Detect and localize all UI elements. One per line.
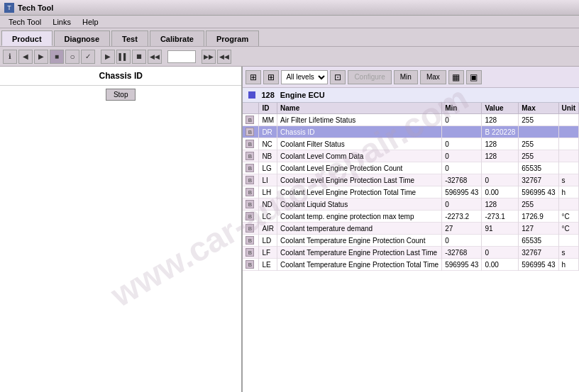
menu-links[interactable]: Links <box>47 16 77 28</box>
row-min-cell: 27 <box>442 223 482 235</box>
table-row[interactable]: B LE Coolant Temperature Engine Protecti… <box>243 259 578 271</box>
menu-help[interactable]: Help <box>77 16 104 28</box>
grid-view-btn3[interactable]: ▦ <box>448 70 464 84</box>
max-button[interactable]: Max <box>420 70 446 84</box>
table-row[interactable]: B NC Coolant Filter Status 0 128 255 <box>243 138 578 150</box>
grid-view-btn2[interactable]: ⊞ <box>263 70 279 84</box>
row-max-cell: 255 <box>519 150 558 162</box>
col-min: Min <box>442 103 482 114</box>
table-row[interactable]: B LF Coolant Temperature Engine Protecti… <box>243 247 578 259</box>
row-icon-cell: B <box>243 259 259 271</box>
table-row[interactable]: B LI Coolant Level Engine Protection Las… <box>243 174 578 186</box>
stop-action-button[interactable]: Stop <box>106 89 136 101</box>
forward-button[interactable]: ▶ <box>34 50 48 64</box>
row-name-cell: Coolant temperature demand <box>277 223 442 235</box>
row-unit-cell: °C <box>558 223 578 235</box>
min-button[interactable]: Min <box>394 70 418 84</box>
table-row[interactable]: B DR Chassis ID B 220228 <box>243 126 578 138</box>
data-table[interactable]: ID Name Min Value Max Unit B MM Air Filt… <box>243 103 579 392</box>
table-row[interactable]: B LG Coolant Level Engine Protection Cou… <box>243 162 578 174</box>
next-button[interactable]: ▶▶ <box>202 50 216 64</box>
step-button[interactable]: ⏹ <box>132 50 146 64</box>
row-max-cell: 255 <box>519 114 558 126</box>
row-min-cell: 0 <box>442 150 482 162</box>
row-icon-cell: B <box>243 138 259 150</box>
col-max: Max <box>519 103 558 114</box>
row-max-cell: 1726.9 <box>519 211 558 223</box>
tab-calibrate[interactable]: Calibrate <box>150 30 204 46</box>
row-min-cell: -32768 <box>442 174 482 186</box>
row-value-cell: -273.1 <box>482 211 519 223</box>
table-row[interactable]: B LC Coolant temp. engine protection max… <box>243 211 578 223</box>
parameters-table: ID Name Min Value Max Unit B MM Air Filt… <box>243 103 579 271</box>
row-id-cell: DR <box>259 126 277 138</box>
menu-techtool[interactable]: Tech Tool <box>3 16 47 28</box>
row-name-cell: Chassis ID <box>277 126 442 138</box>
grid-view-btn4[interactable]: ▣ <box>466 70 482 84</box>
levels-select[interactable]: All levels Level 1 Level 2 Level 3 <box>281 70 328 84</box>
row-id-cell: LI <box>259 174 277 186</box>
table-row[interactable]: B MM Air Filter Lifetime Status 0 128 25… <box>243 114 578 126</box>
row-id-cell: LC <box>259 211 277 223</box>
circle-button[interactable]: ○ <box>65 50 79 64</box>
row-name-cell: Coolant Level Engine Protection Count <box>277 162 442 174</box>
row-min-cell: 0 <box>442 138 482 150</box>
row-unit-cell <box>558 162 578 174</box>
tab-bar: Product Diagnose Test Calibrate Program <box>0 28 579 47</box>
last-button[interactable]: ◀◀ <box>217 50 231 64</box>
row-max-cell: 127 <box>519 223 558 235</box>
info-button[interactable]: ℹ <box>3 50 17 64</box>
tab-program[interactable]: Program <box>206 30 259 46</box>
row-min-cell: -2273.2 <box>442 211 482 223</box>
row-icon-cell: B <box>243 186 259 198</box>
table-row[interactable]: B ND Coolant Liquid Status 0 128 255 <box>243 198 578 211</box>
row-max-cell: 596995 43 <box>519 186 558 198</box>
row-id-cell: NB <box>259 150 277 162</box>
prev-button[interactable]: ◀◀ <box>148 50 162 64</box>
row-value-cell: 0.00 <box>482 186 519 198</box>
col-icon <box>243 103 259 114</box>
pause-button[interactable]: ▌▌ <box>116 50 131 64</box>
configure-button[interactable]: Configure <box>348 70 391 84</box>
table-row[interactable]: B LD Coolant Temperature Engine Protecti… <box>243 235 578 247</box>
row-value-cell: 0.00 <box>482 259 519 271</box>
row-name-cell: Coolant temp. engine protection max temp <box>277 211 442 223</box>
right-toolbar: ⊞ ⊞ All levels Level 1 Level 2 Level 3 ⊡… <box>243 67 579 88</box>
table-body: B MM Air Filter Lifetime Status 0 128 25… <box>243 114 578 271</box>
row-type-icon: B <box>246 128 254 136</box>
row-icon-cell: B <box>243 150 259 162</box>
row-max-cell: 65535 <box>519 162 558 174</box>
back-button[interactable]: ◀ <box>18 50 33 64</box>
row-icon-cell: B <box>243 162 259 174</box>
play-button[interactable]: ▶ <box>101 50 115 64</box>
row-unit-cell <box>558 150 578 162</box>
filter-btn[interactable]: ⊡ <box>330 70 346 84</box>
row-type-icon: B <box>246 188 254 196</box>
row-max-cell <box>519 126 558 138</box>
left-pane: Chassis ID Stop <box>0 67 243 392</box>
stop-button[interactable]: ■ <box>50 50 64 64</box>
row-id-cell: LH <box>259 186 277 198</box>
check-button[interactable]: ✓ <box>81 50 95 64</box>
row-min-cell: 596995 43 <box>442 259 482 271</box>
row-max-cell: 32767 <box>519 247 558 259</box>
row-min-cell: 0 <box>442 162 482 174</box>
row-id-cell: MM <box>259 114 277 126</box>
table-row[interactable]: B NB Coolant Level Comm Data 0 128 255 <box>243 150 578 162</box>
row-min-cell: 0 <box>442 235 482 247</box>
row-name-cell: Coolant Temperature Engine Protection La… <box>277 247 442 259</box>
table-row[interactable]: B LH Coolant Level Engine Protection Tot… <box>243 186 578 198</box>
row-max-cell: 255 <box>519 198 558 211</box>
grid-view-btn1[interactable]: ⊞ <box>246 70 261 84</box>
tab-diagnose[interactable]: Diagnose <box>54 30 111 46</box>
row-type-icon: B <box>246 212 254 220</box>
tab-test[interactable]: Test <box>111 30 148 46</box>
row-value-cell: 128 <box>482 114 519 126</box>
ecu-name: Engine ECU <box>280 91 325 99</box>
row-max-cell: 65535 <box>519 235 558 247</box>
toolbar-input[interactable] <box>167 50 196 63</box>
table-row[interactable]: B AIR Coolant temperature demand 27 91 1… <box>243 223 578 235</box>
right-pane: ⊞ ⊞ All levels Level 1 Level 2 Level 3 ⊡… <box>243 67 579 392</box>
toolbar: ℹ ◀ ▶ ■ ○ ✓ ▶ ▌▌ ⏹ ◀◀ ▶▶ ◀◀ <box>0 47 579 67</box>
tab-product[interactable]: Product <box>1 30 53 46</box>
